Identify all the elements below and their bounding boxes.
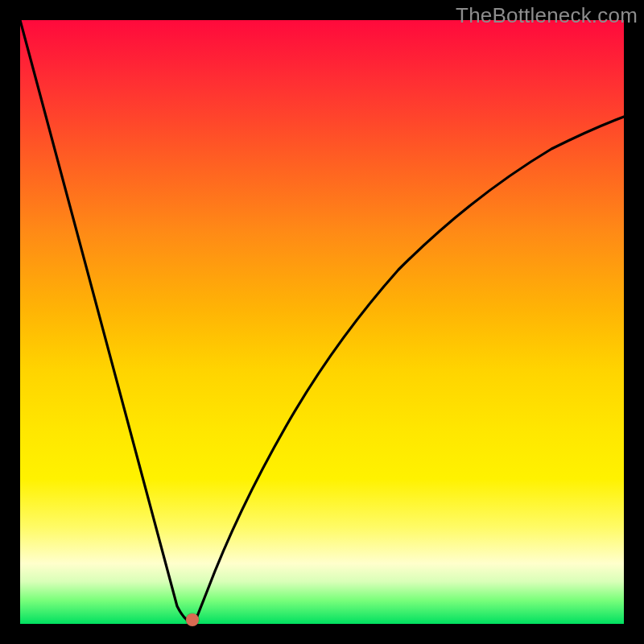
curve-path bbox=[20, 20, 624, 622]
chart-frame: TheBottleneck.com bbox=[0, 0, 644, 644]
watermark-text: TheBottleneck.com bbox=[456, 3, 638, 28]
min-marker bbox=[186, 613, 199, 626]
bottleneck-curve bbox=[20, 20, 624, 624]
